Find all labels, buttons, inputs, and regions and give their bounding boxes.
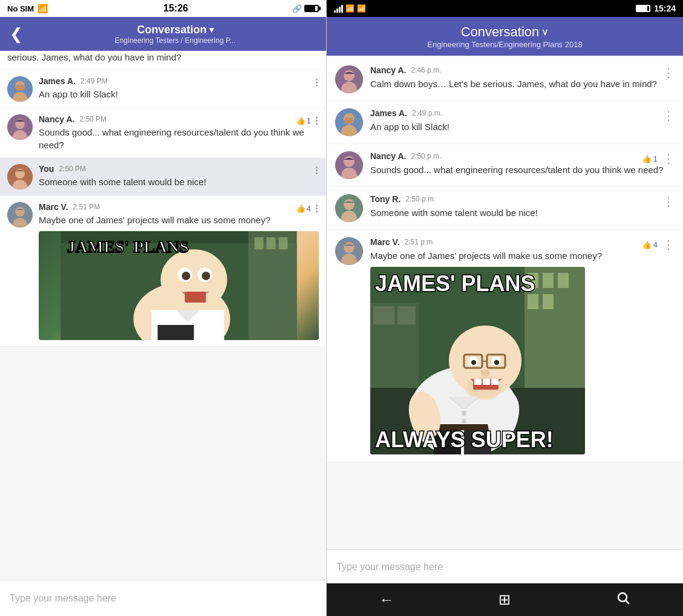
right-dropdown-icon[interactable]: ∨: [541, 26, 549, 38]
right-text-nancy-2: Sounds good... what engineering resource…: [370, 163, 675, 176]
avatar-nancy: [7, 114, 33, 140]
right-message-input[interactable]: Type your message here: [336, 562, 443, 572]
right-battery-area: 15:24: [636, 4, 676, 13]
left-messages[interactable]: serious. James, what do you have in mind…: [0, 51, 326, 580]
svg-point-44: [344, 242, 355, 253]
back-nav-button[interactable]: ←: [367, 586, 406, 613]
right-text-james: An app to kill Slack!: [370, 120, 675, 133]
message-content-marc: Marc V. 2:51 PM Maybe one of James' proj…: [39, 202, 319, 340]
right-actions-marc: 👍 4 ⋮: [642, 237, 675, 252]
message-actions-marc: 👍 4: [296, 203, 319, 214]
carrier-label: No SIM: [7, 4, 34, 13]
thumbs-up-icon: 👍: [296, 116, 306, 125]
author-marc: Marc V.: [39, 202, 68, 212]
search-nav-button[interactable]: [604, 586, 642, 614]
right-avatar-nancy-1: [335, 65, 363, 93]
more-options-james[interactable]: [315, 77, 319, 88]
like-number-marc: 4: [307, 204, 311, 213]
left-panel: No SIM 📶 15:26 🔗 ❮ Conversation ▾ Engine…: [0, 0, 327, 616]
right-message-content-marc: Marc V. 2:51 p.m. Maybe one of James' pr…: [370, 237, 675, 454]
text-marc: Maybe one of James' projects will make u…: [39, 214, 319, 226]
like-count-marc: 👍 4: [296, 204, 311, 213]
svg-point-71: [480, 369, 490, 376]
svg-rect-51: [528, 294, 538, 309]
svg-text:ALWAYS SUPER!: ALWAYS SUPER!: [375, 427, 554, 452]
svg-rect-73: [474, 379, 482, 385]
right-actions-nancy-1: ⋮: [662, 65, 675, 80]
right-text-marc: Maybe one of James' projects will make u…: [370, 249, 675, 262]
message-content-james: James A. 2:49 PM An app to kill Slack!: [39, 76, 319, 102]
message-content-you: You 2:50 PM Someone with some talent wou…: [39, 164, 319, 189]
right-extra-signal: 📶: [345, 4, 355, 13]
svg-point-76: [462, 411, 466, 416]
right-more-options-marc[interactable]: ⋮: [662, 237, 675, 252]
thumbs-up-icon-marc: 👍: [296, 204, 306, 213]
time-marc: 2:51 PM: [73, 203, 100, 211]
meme-svg-left: JAMES' PLANS: [39, 231, 319, 340]
right-conversation-title: Conversation: [461, 24, 540, 40]
svg-point-25: [202, 272, 211, 280]
right-more-options-tony[interactable]: ⋮: [662, 194, 675, 209]
right-actions-james: ⋮: [662, 108, 675, 123]
more-options-marc[interactable]: [315, 203, 319, 214]
right-time-james: 2:49 p.m.: [412, 109, 442, 117]
message-header-marc: Marc V. 2:51 PM: [39, 202, 319, 212]
time-james: 2:49 PM: [80, 77, 108, 85]
right-message-content-tony: Tony R. 2:50 p.m. Someone with some tale…: [370, 194, 675, 222]
right-msg-header-nancy-1: Nancy A. 2:46 p.m.: [370, 65, 675, 75]
right-author-nancy-2: Nancy A.: [370, 151, 406, 161]
dropdown-icon[interactable]: ▾: [209, 25, 214, 34]
message-item-nancy: Nancy A. 2:50 PM Sounds good... what eng…: [0, 108, 326, 158]
svg-point-69: [471, 360, 476, 365]
right-actions-nancy-2: 👍 1 ⋮: [642, 151, 675, 166]
right-msg-header-nancy-2: Nancy A. 2:50 p.m.: [370, 151, 675, 161]
left-header-title: Conversation ▾: [31, 24, 319, 36]
right-status-bar: 📶 📶 15:24: [327, 0, 683, 17]
back-button[interactable]: ❮: [7, 24, 25, 44]
right-time-nancy-1: 2:46 p.m.: [411, 66, 441, 74]
right-time-marc: 2:51 p.m.: [405, 238, 435, 246]
more-options-you[interactable]: [315, 165, 319, 175]
message-actions-nancy: 👍 1: [296, 116, 319, 126]
right-more-options-james[interactable]: ⋮: [662, 108, 675, 123]
svg-rect-49: [543, 273, 554, 288]
right-signal-icons: 📶 📶: [334, 4, 366, 13]
like-number-nancy: 1: [307, 116, 311, 125]
author-james: James A.: [39, 76, 76, 86]
right-like-count-marc: 👍 4: [642, 240, 658, 249]
right-msg-header-marc: Marc V. 2:51 p.m.: [370, 237, 675, 247]
svg-text:JAMES' PLANS: JAMES' PLANS: [375, 271, 535, 296]
time-you: 2:50 PM: [59, 165, 86, 173]
avatar-nancy-img: [7, 114, 33, 140]
right-more-options-nancy-2[interactable]: ⋮: [662, 151, 675, 166]
svg-point-38: [344, 156, 355, 167]
svg-rect-3: [15, 85, 25, 91]
right-input-area[interactable]: Type your message here: [327, 549, 683, 583]
right-avatar-marc: [335, 237, 363, 265]
message-item-james: James A. 2:49 PM An app to kill Slack!: [0, 70, 326, 108]
right-header: Conversation ∨ Engineering Testers/Engin…: [327, 17, 683, 56]
left-input-area[interactable]: Type your message here: [0, 580, 326, 616]
avatar-you-img: [7, 164, 33, 189]
right-more-options-nancy-1[interactable]: ⋮: [662, 65, 675, 80]
conversation-title: Conversation: [137, 24, 206, 36]
right-messages[interactable]: Nancy A. 2:46 p.m. Calm down boys… Let's…: [327, 56, 683, 549]
right-author-marc: Marc V.: [370, 237, 400, 247]
svg-line-83: [626, 601, 630, 605]
right-author-nancy-1: Nancy A.: [370, 65, 406, 75]
left-message-input[interactable]: Type your message here: [10, 593, 116, 604]
home-nav-button[interactable]: ⊞: [486, 586, 523, 613]
message-item-you: You 2:50 PM Someone with some talent wou…: [0, 158, 326, 196]
meme-image-left: JAMES' PLANS: [39, 231, 319, 340]
more-options-nancy[interactable]: [315, 116, 319, 126]
svg-point-82: [618, 593, 627, 601]
right-msg-header-james: James A. 2:49 p.m.: [370, 108, 675, 118]
right-thumbs-up-nancy-2: 👍: [642, 154, 652, 163]
time-nancy: 2:50 PM: [79, 115, 106, 123]
message-actions-you: [315, 165, 319, 175]
author-nancy: Nancy A.: [39, 114, 74, 124]
avatar-marc-img: [7, 202, 33, 228]
meme-image-right: JAMES' PLANS ALWAYS SUPER!: [370, 267, 585, 454]
svg-rect-56: [397, 306, 416, 324]
meme-svg-right: JAMES' PLANS ALWAYS SUPER!: [370, 267, 585, 454]
